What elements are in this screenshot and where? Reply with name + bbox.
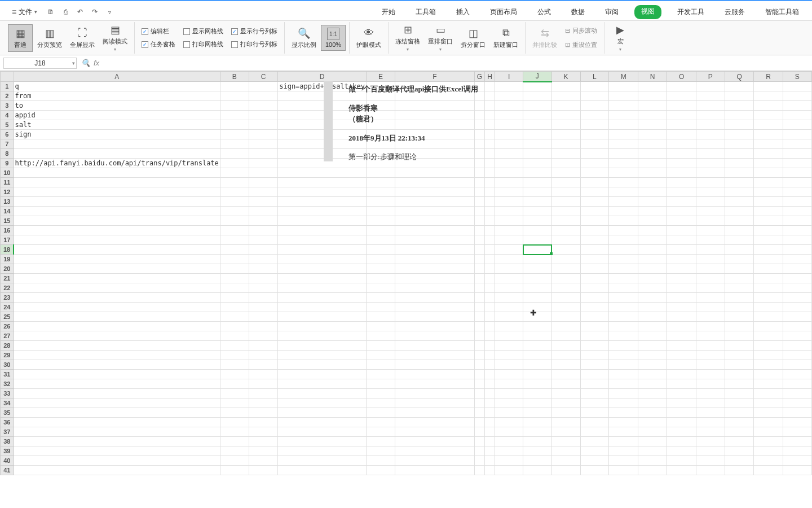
cell-O41[interactable] <box>667 466 696 475</box>
cell-D35[interactable] <box>278 408 367 418</box>
cell-N24[interactable] <box>638 303 667 312</box>
cell-Q18[interactable] <box>725 245 754 255</box>
cell-C23[interactable] <box>249 293 277 303</box>
cell-B35[interactable] <box>220 408 249 418</box>
cell-P17[interactable] <box>696 235 725 245</box>
cell-H17[interactable] <box>485 235 495 245</box>
cell-C24[interactable] <box>249 303 277 312</box>
cell-O4[interactable] <box>667 111 696 120</box>
cell-J21[interactable] <box>523 274 551 283</box>
cell-B5[interactable] <box>220 120 249 130</box>
cell-G17[interactable] <box>474 235 484 245</box>
cell-S17[interactable] <box>783 235 811 245</box>
cell-A21[interactable] <box>14 274 220 283</box>
cell-J33[interactable] <box>523 389 551 398</box>
cell-L5[interactable] <box>580 120 609 130</box>
fx-icon[interactable]: fx <box>94 59 99 67</box>
cell-A18[interactable] <box>14 245 220 255</box>
cell-I19[interactable] <box>495 255 523 264</box>
cell-J5[interactable] <box>523 120 551 130</box>
cell-J6[interactable] <box>523 130 551 139</box>
cell-H34[interactable] <box>485 398 495 408</box>
cell-K13[interactable] <box>551 197 580 207</box>
row-header-39[interactable]: 39 <box>1 446 14 456</box>
tab-pagelayout[interactable]: 页面布局 <box>486 5 522 19</box>
cell-L32[interactable] <box>580 379 609 389</box>
cell-I41[interactable] <box>495 466 523 475</box>
cell-D23[interactable] <box>278 293 367 303</box>
row-header-11[interactable]: 11 <box>1 178 14 187</box>
tab-toolbox[interactable]: 工具箱 <box>411 5 440 19</box>
cell-B32[interactable] <box>220 379 249 389</box>
cell-M1[interactable] <box>609 82 638 91</box>
freeze-button[interactable]: ⊞冻结窗格▾ <box>392 21 423 54</box>
select-all-corner[interactable] <box>1 72 14 82</box>
cell-I35[interactable] <box>495 408 523 418</box>
cell-F11[interactable] <box>395 178 475 187</box>
cell-J30[interactable] <box>523 360 551 370</box>
cell-S11[interactable] <box>783 178 811 187</box>
col-header-R[interactable]: R <box>754 72 783 82</box>
cell-R24[interactable] <box>754 303 783 312</box>
row-header-5[interactable]: 5 <box>1 120 14 130</box>
cell-G32[interactable] <box>474 379 484 389</box>
cell-H2[interactable] <box>485 91 495 101</box>
cell-C32[interactable] <box>249 379 277 389</box>
cell-R33[interactable] <box>754 389 783 398</box>
row-header-28[interactable]: 28 <box>1 341 14 351</box>
cell-A26[interactable] <box>14 322 220 331</box>
cell-S22[interactable] <box>783 283 811 293</box>
col-header-Q[interactable]: Q <box>725 72 754 82</box>
cell-N16[interactable] <box>638 226 667 235</box>
cell-C39[interactable] <box>249 446 277 456</box>
cell-I28[interactable] <box>495 341 523 351</box>
cell-I13[interactable] <box>495 197 523 207</box>
cell-G37[interactable] <box>474 427 484 437</box>
cell-G28[interactable] <box>474 341 484 351</box>
cell-N28[interactable] <box>638 341 667 351</box>
cell-I30[interactable] <box>495 360 523 370</box>
cell-L12[interactable] <box>580 187 609 197</box>
cell-D31[interactable] <box>278 370 367 379</box>
cell-C28[interactable] <box>249 341 277 351</box>
cell-H40[interactable] <box>485 456 495 466</box>
split-button[interactable]: ◫拆分窗口 <box>457 25 489 51</box>
cell-K7[interactable] <box>551 139 580 149</box>
cell-A6[interactable]: sign <box>14 130 220 139</box>
cell-E40[interactable] <box>366 456 395 466</box>
cell-N39[interactable] <box>638 446 667 456</box>
cell-Q8[interactable] <box>725 149 754 159</box>
cell-O35[interactable] <box>667 408 696 418</box>
cell-N2[interactable] <box>638 91 667 101</box>
cell-L1[interactable] <box>580 82 609 91</box>
cell-E36[interactable] <box>366 418 395 427</box>
cell-Q40[interactable] <box>725 456 754 466</box>
cell-D20[interactable] <box>278 264 367 274</box>
row-header-9[interactable]: 9 <box>1 159 14 168</box>
cell-L21[interactable] <box>580 274 609 283</box>
cell-M15[interactable] <box>609 216 638 226</box>
cell-C4[interactable] <box>249 111 277 120</box>
cell-M18[interactable] <box>609 245 638 255</box>
cell-H10[interactable] <box>485 168 495 178</box>
cell-M5[interactable] <box>609 120 638 130</box>
col-header-E[interactable]: E <box>366 72 395 82</box>
cell-C37[interactable] <box>249 427 277 437</box>
cell-P19[interactable] <box>696 255 725 264</box>
cell-P16[interactable] <box>696 226 725 235</box>
cell-I38[interactable] <box>495 437 523 446</box>
cell-E37[interactable] <box>366 427 395 437</box>
cell-F17[interactable] <box>395 235 475 245</box>
cell-O37[interactable] <box>667 427 696 437</box>
cell-Q6[interactable] <box>725 130 754 139</box>
cell-J31[interactable] <box>523 370 551 379</box>
cell-I29[interactable] <box>495 351 523 360</box>
cell-G27[interactable] <box>474 331 484 341</box>
col-header-P[interactable]: P <box>696 72 725 82</box>
cell-G14[interactable] <box>474 207 484 216</box>
cell-E17[interactable] <box>366 235 395 245</box>
cell-E35[interactable] <box>366 408 395 418</box>
cell-C20[interactable] <box>249 264 277 274</box>
cell-L30[interactable] <box>580 360 609 370</box>
cell-N18[interactable] <box>638 245 667 255</box>
